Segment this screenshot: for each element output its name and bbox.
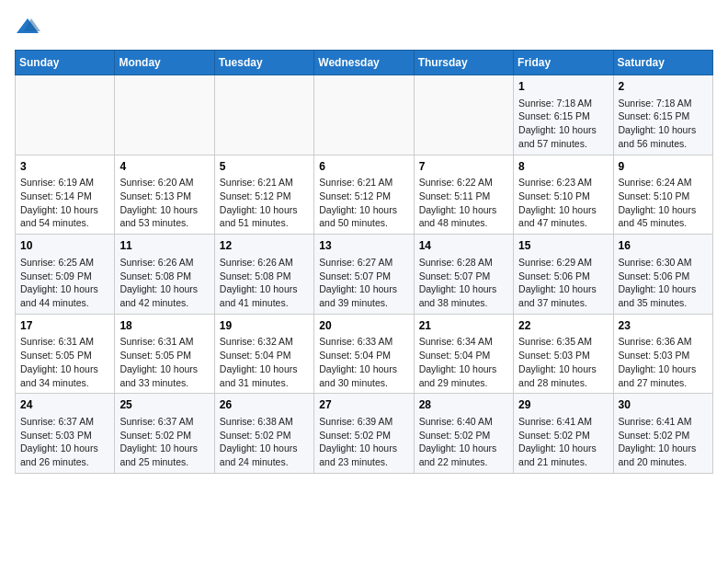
weekday-header: Saturday (613, 51, 712, 75)
weekday-header: Thursday (414, 51, 513, 75)
day-info-line: Sunrise: 6:38 AM (220, 415, 309, 429)
day-info-line: Sunrise: 6:41 AM (518, 415, 608, 429)
logo-icon (15, 15, 40, 40)
day-info-line: Sunrise: 6:23 AM (518, 176, 608, 190)
day-number: 29 (518, 397, 608, 413)
day-number: 8 (518, 159, 608, 175)
day-number: 3 (20, 159, 109, 175)
day-info-line: Sunset: 5:03 PM (619, 349, 708, 362)
day-info-line: Sunset: 5:12 PM (220, 190, 309, 203)
calendar-cell (214, 75, 313, 155)
day-info-line: Sunset: 6:15 PM (518, 109, 608, 123)
day-info-line: Daylight: 10 hours and 42 minutes. (119, 282, 209, 309)
day-number: 11 (119, 238, 209, 254)
day-info-line: Sunrise: 6:26 AM (119, 256, 209, 270)
day-number: 16 (619, 238, 708, 254)
day-number: 2 (619, 79, 708, 95)
day-info-line: Sunrise: 6:36 AM (619, 335, 708, 349)
weekday-header: Monday (115, 51, 214, 75)
day-number: 25 (119, 397, 209, 413)
calendar-cell: 5Sunrise: 6:21 AMSunset: 5:12 PMDaylight… (214, 155, 313, 235)
day-number: 20 (319, 318, 408, 334)
calendar-cell: 25Sunrise: 6:37 AMSunset: 5:02 PMDayligh… (115, 394, 214, 474)
day-info-line: Daylight: 10 hours and 22 minutes. (419, 442, 508, 468)
day-info-line: Sunset: 5:02 PM (518, 429, 608, 442)
day-info-line: Daylight: 10 hours and 26 minutes. (20, 442, 109, 468)
day-info-line: Sunrise: 6:30 AM (619, 256, 708, 270)
day-info-line: Sunset: 5:07 PM (419, 270, 508, 283)
day-number: 22 (518, 318, 608, 334)
day-info-line: Sunrise: 6:20 AM (119, 176, 209, 190)
day-info-line: Sunset: 5:11 PM (419, 190, 508, 203)
day-info-line: Sunset: 5:12 PM (319, 190, 408, 203)
day-info-line: Daylight: 10 hours and 48 minutes. (419, 203, 508, 230)
calendar-week-row: 3Sunrise: 6:19 AMSunset: 5:14 PMDaylight… (16, 155, 713, 235)
day-info-line: Daylight: 10 hours and 41 minutes. (220, 282, 309, 309)
day-info-line: Sunrise: 6:25 AM (20, 256, 109, 270)
day-number: 28 (419, 397, 508, 413)
day-number: 27 (319, 397, 408, 413)
calendar-cell: 22Sunrise: 6:35 AMSunset: 5:03 PMDayligh… (514, 314, 613, 394)
day-info-line: Sunrise: 6:40 AM (419, 415, 508, 429)
calendar-cell: 3Sunrise: 6:19 AMSunset: 5:14 PMDaylight… (16, 155, 115, 235)
day-info-line: Daylight: 10 hours and 47 minutes. (518, 203, 608, 230)
day-info-line: Daylight: 10 hours and 37 minutes. (518, 282, 608, 309)
day-number: 10 (20, 238, 109, 254)
day-info-line: Sunrise: 6:21 AM (319, 176, 408, 190)
day-number: 21 (419, 318, 508, 334)
calendar-cell: 13Sunrise: 6:27 AMSunset: 5:07 PMDayligh… (314, 235, 414, 315)
page-header (15, 15, 713, 40)
day-number: 18 (119, 318, 209, 334)
calendar-cell: 1Sunrise: 7:18 AMSunset: 6:15 PMDaylight… (514, 75, 613, 155)
day-info-line: Sunset: 5:05 PM (20, 349, 109, 362)
day-number: 19 (220, 318, 309, 334)
day-info-line: Sunset: 5:03 PM (518, 349, 608, 362)
day-info-line: Sunset: 6:15 PM (619, 109, 708, 123)
day-info-line: Sunset: 5:04 PM (419, 349, 508, 362)
calendar-cell: 9Sunrise: 6:24 AMSunset: 5:10 PMDaylight… (613, 155, 712, 235)
day-info-line: Sunset: 5:14 PM (20, 190, 109, 203)
calendar-cell: 18Sunrise: 6:31 AMSunset: 5:05 PMDayligh… (115, 314, 214, 394)
calendar-cell: 28Sunrise: 6:40 AMSunset: 5:02 PMDayligh… (414, 394, 513, 474)
calendar-cell: 17Sunrise: 6:31 AMSunset: 5:05 PMDayligh… (16, 314, 115, 394)
day-info-line: Sunset: 5:10 PM (518, 190, 608, 203)
calendar-cell: 6Sunrise: 6:21 AMSunset: 5:12 PMDaylight… (314, 155, 414, 235)
calendar-cell (414, 75, 513, 155)
logo (15, 15, 44, 40)
day-info-line: Daylight: 10 hours and 27 minutes. (619, 362, 708, 389)
day-number: 17 (20, 318, 109, 334)
calendar-cell (115, 75, 214, 155)
day-info-line: Daylight: 10 hours and 31 minutes. (220, 362, 309, 389)
day-info-line: Daylight: 10 hours and 53 minutes. (119, 203, 209, 230)
day-number: 1 (518, 79, 608, 95)
day-info-line: Sunrise: 6:37 AM (20, 415, 109, 429)
day-info-line: Sunrise: 6:22 AM (419, 176, 508, 190)
calendar-cell: 24Sunrise: 6:37 AMSunset: 5:03 PMDayligh… (16, 394, 115, 474)
day-info-line: Daylight: 10 hours and 44 minutes. (20, 282, 109, 309)
day-number: 26 (220, 397, 309, 413)
calendar-cell: 15Sunrise: 6:29 AMSunset: 5:06 PMDayligh… (514, 235, 613, 315)
day-info-line: Sunrise: 6:41 AM (619, 415, 708, 429)
calendar-cell: 21Sunrise: 6:34 AMSunset: 5:04 PMDayligh… (414, 314, 513, 394)
day-info-line: Sunrise: 6:31 AM (20, 335, 109, 349)
day-number: 6 (319, 159, 408, 175)
calendar-cell: 4Sunrise: 6:20 AMSunset: 5:13 PMDaylight… (115, 155, 214, 235)
day-number: 5 (220, 159, 309, 175)
day-info-line: Daylight: 10 hours and 29 minutes. (419, 362, 508, 389)
day-info-line: Sunrise: 6:29 AM (518, 256, 608, 270)
day-info-line: Sunrise: 6:35 AM (518, 335, 608, 349)
calendar-cell: 26Sunrise: 6:38 AMSunset: 5:02 PMDayligh… (214, 394, 313, 474)
day-info-line: Sunrise: 6:34 AM (419, 335, 508, 349)
calendar-cell: 8Sunrise: 6:23 AMSunset: 5:10 PMDaylight… (514, 155, 613, 235)
day-info-line: Daylight: 10 hours and 35 minutes. (619, 282, 708, 309)
calendar-cell: 29Sunrise: 6:41 AMSunset: 5:02 PMDayligh… (514, 394, 613, 474)
calendar-cell: 2Sunrise: 7:18 AMSunset: 6:15 PMDaylight… (613, 75, 712, 155)
day-info-line: Daylight: 10 hours and 23 minutes. (319, 442, 408, 468)
day-info-line: Sunrise: 6:28 AM (419, 256, 508, 270)
calendar-cell: 10Sunrise: 6:25 AMSunset: 5:09 PMDayligh… (16, 235, 115, 315)
day-info-line: Sunrise: 6:32 AM (220, 335, 309, 349)
day-info-line: Sunset: 5:07 PM (319, 270, 408, 283)
calendar-cell: 14Sunrise: 6:28 AMSunset: 5:07 PMDayligh… (414, 235, 513, 315)
weekday-header: Tuesday (214, 51, 313, 75)
day-info-line: Sunset: 5:02 PM (119, 429, 209, 442)
